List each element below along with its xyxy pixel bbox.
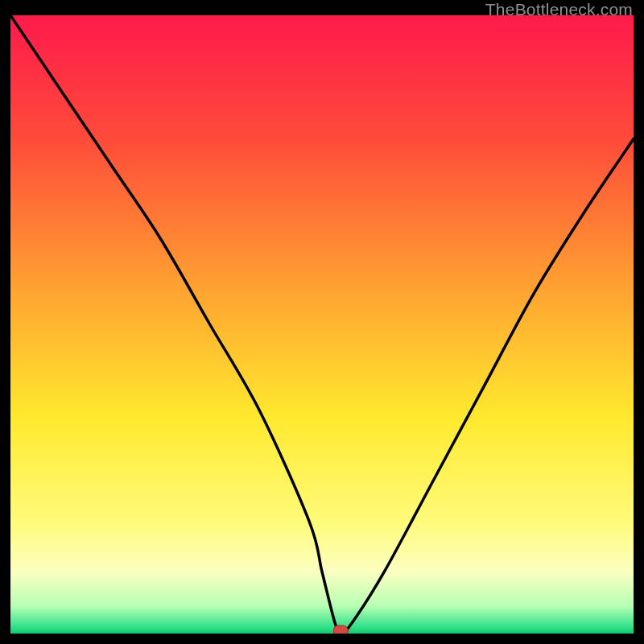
chart-frame (10, 15, 634, 634)
bottleneck-chart (10, 15, 634, 634)
optimum-marker (333, 625, 348, 634)
gradient-background (10, 15, 634, 634)
